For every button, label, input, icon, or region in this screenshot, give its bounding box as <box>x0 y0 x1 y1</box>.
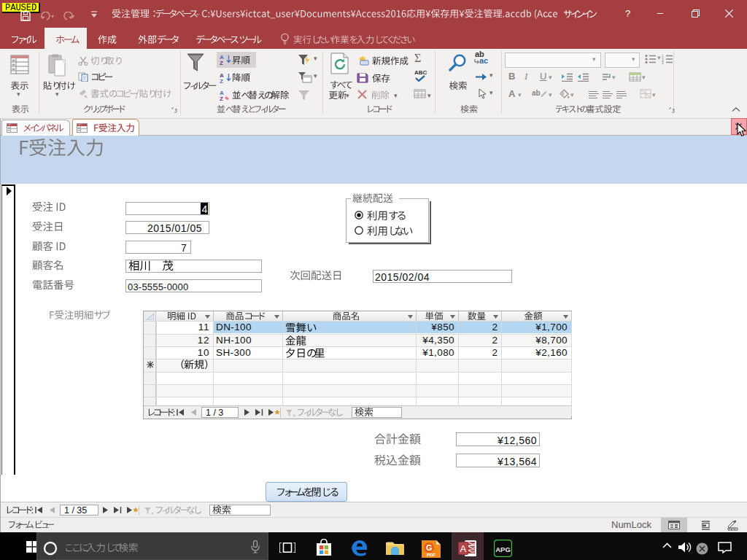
svg-text:Z: Z <box>220 96 223 101</box>
svg-text:PDF: PDF <box>427 553 436 557</box>
svg-text:Z: Z <box>220 60 223 65</box>
svg-text:A: A <box>460 543 467 554</box>
svg-text:APG: APG <box>495 545 511 553</box>
svg-text:G: G <box>426 543 433 552</box>
svg-text:3: 3 <box>662 61 664 64</box>
svg-text:Z: Z <box>220 78 223 83</box>
